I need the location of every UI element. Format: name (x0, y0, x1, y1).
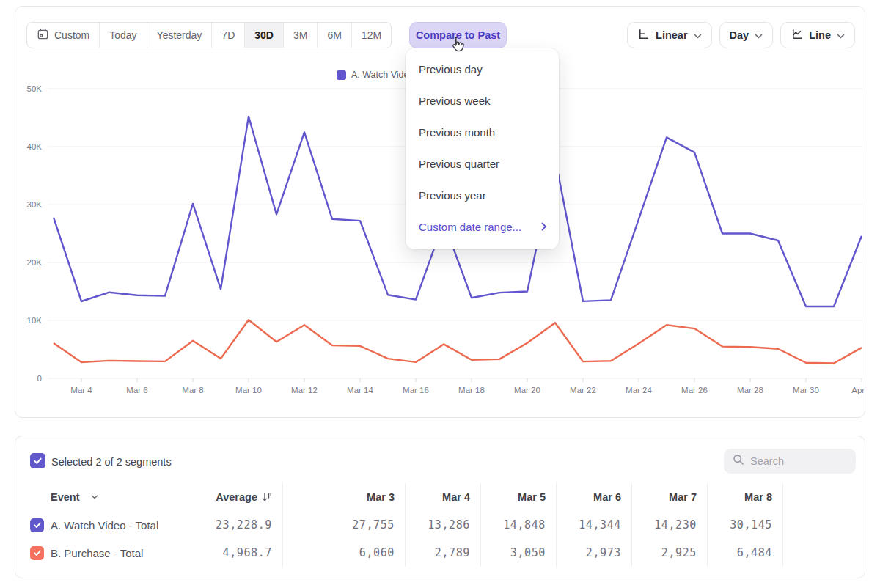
column-header-average[interactable]: Average (195, 483, 282, 511)
column-header-mar-8[interactable]: Mar 8 (707, 483, 782, 511)
column-header-mar-6[interactable]: Mar 6 (556, 483, 631, 511)
segment-value: 3,050 (480, 539, 556, 567)
segment-value: 14,848 (480, 511, 556, 539)
svg-text:Mar 30: Mar 30 (793, 386, 819, 394)
segment-value: 14,344 (556, 511, 631, 539)
segment-average: 23,228.9 (195, 511, 282, 539)
svg-text:20K: 20K (27, 258, 43, 267)
segment-row-label: A. Watch Video - Total (15, 511, 195, 539)
menu-item-custom-date-range[interactable]: Custom date range... (406, 211, 559, 243)
column-header-mar-7[interactable]: Mar 7 (631, 483, 707, 511)
svg-text:Mar 8: Mar 8 (182, 386, 203, 394)
svg-text:Mar 10: Mar 10 (235, 386, 262, 394)
segment-name: B. Purchase - Total (51, 547, 143, 559)
svg-text:Apr 1: Apr 1 (851, 386, 865, 394)
svg-text:Mar 14: Mar 14 (347, 386, 373, 394)
segment-checkbox[interactable] (30, 518, 44, 532)
svg-text:10K: 10K (27, 316, 43, 325)
selected-summary: Selected 2 of 2 segments (51, 456, 172, 468)
menu-item-previous-week[interactable]: Previous week (406, 85, 559, 117)
svg-text:0: 0 (37, 374, 42, 383)
chevron-right-icon (541, 221, 547, 233)
segments-panel: Selected 2 of 2 segments EventAverageMar… (15, 436, 865, 578)
compare-to-past-menu: Previous dayPrevious weekPrevious monthP… (406, 48, 559, 249)
svg-text:Mar 16: Mar 16 (403, 386, 429, 394)
column-header-mar-5[interactable]: Mar 5 (480, 483, 556, 511)
svg-text:Mar 12: Mar 12 (291, 386, 318, 394)
search-icon (733, 454, 744, 468)
segment-value: 2,925 (631, 539, 707, 567)
column-header-next-partial[interactable]: M (782, 483, 865, 511)
segment-name: A. Watch Video - Total (51, 519, 158, 532)
search-input[interactable] (750, 455, 838, 467)
svg-text:40K: 40K (27, 142, 43, 151)
column-header-event[interactable]: Event (15, 483, 195, 511)
svg-text:Mar 18: Mar 18 (458, 386, 485, 394)
segment-value: 13,286 (405, 511, 480, 539)
segment-average: 4,968.7 (195, 539, 282, 567)
svg-text:50K: 50K (27, 84, 43, 93)
segments-table: EventAverageMar 3Mar 4Mar 5Mar 6Mar 7Mar… (15, 483, 865, 567)
menu-item-previous-month[interactable]: Previous month (406, 117, 559, 148)
svg-text:Mar 6: Mar 6 (126, 386, 147, 394)
sort-descending-icon (262, 492, 272, 502)
segment-value: 27,755 (282, 511, 405, 539)
segment-row-label: B. Purchase - Total (15, 539, 195, 567)
segment-value: 30,145 (707, 511, 782, 539)
segment-value: 14,230 (631, 511, 707, 539)
svg-text:Mar 28: Mar 28 (737, 386, 763, 394)
segment-value-partial: 3, (782, 539, 865, 567)
dashboard-page: Custom TodayYesterday7D30D3M6M12M Compar… (0, 0, 880, 588)
segment-value: 6,060 (282, 539, 405, 567)
mouse-cursor-hand-icon (448, 36, 466, 56)
svg-text:Mar 4: Mar 4 (70, 386, 92, 394)
svg-text:Mar 24: Mar 24 (626, 386, 652, 394)
column-header-mar-3[interactable]: Mar 3 (282, 483, 405, 511)
segment-value: 6,484 (707, 539, 782, 567)
menu-item-previous-quarter[interactable]: Previous quarter (406, 148, 559, 180)
menu-item-previous-day[interactable]: Previous day (406, 54, 559, 85)
svg-text:Mar 22: Mar 22 (570, 386, 596, 394)
segment-value-partial: 15, (782, 511, 865, 539)
menu-item-previous-year[interactable]: Previous year (406, 180, 559, 211)
segment-value: 2,973 (556, 539, 631, 567)
svg-text:Mar 26: Mar 26 (681, 386, 708, 394)
segment-checkbox[interactable] (30, 546, 44, 560)
search-box[interactable] (724, 449, 856, 474)
segment-value: 2,789 (405, 539, 480, 567)
chevron-down-icon (91, 495, 98, 499)
svg-text:30K: 30K (27, 200, 43, 209)
column-header-mar-4[interactable]: Mar 4 (405, 483, 480, 511)
select-all-checkbox[interactable] (30, 453, 45, 468)
svg-text:Mar 20: Mar 20 (514, 386, 540, 394)
